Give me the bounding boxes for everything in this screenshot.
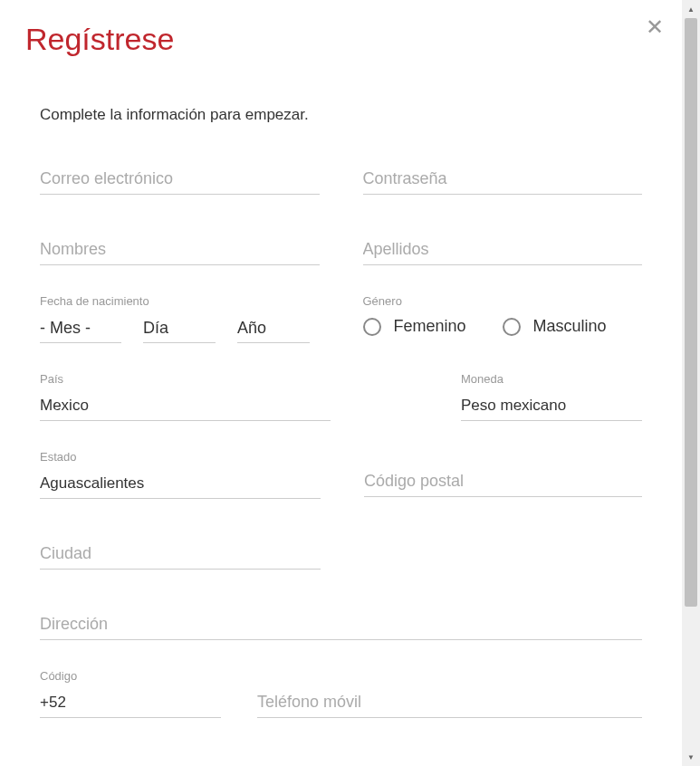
modal-subtitle: Complete la información para empezar. — [40, 106, 642, 124]
city-field[interactable] — [40, 539, 321, 570]
currency-label: Moneda — [461, 372, 642, 386]
close-icon: ✕ — [646, 16, 664, 38]
dob-day-select[interactable]: Día — [143, 313, 216, 343]
phone-field[interactable] — [257, 687, 642, 718]
currency-field[interactable] — [461, 391, 642, 421]
names-field[interactable] — [40, 235, 320, 265]
postal-field[interactable] — [364, 466, 642, 497]
state-label: Estado — [40, 450, 321, 464]
scrollbar[interactable]: ▲ ▼ — [682, 0, 700, 766]
code-field[interactable] — [40, 688, 221, 718]
gender-female-label: Femenino — [394, 317, 466, 336]
dob-year-select[interactable]: Año — [237, 313, 310, 343]
dob-label: Fecha de nacimiento — [40, 294, 320, 308]
email-field[interactable] — [40, 164, 320, 195]
state-field[interactable] — [40, 469, 321, 499]
country-label: País — [40, 372, 331, 386]
scroll-up-icon[interactable]: ▲ — [685, 2, 697, 16]
country-field[interactable] — [40, 391, 331, 421]
surnames-field[interactable] — [363, 235, 643, 265]
gender-label: Género — [363, 294, 643, 308]
modal-title: Regístrese — [25, 22, 642, 57]
dob-month-select[interactable]: - Mes - — [40, 313, 121, 343]
code-label: Código — [40, 669, 221, 683]
register-modal: ✕ Regístrese Complete la información par… — [0, 0, 682, 766]
address-field[interactable] — [40, 609, 642, 640]
gender-female-radio[interactable] — [363, 318, 381, 336]
password-field[interactable] — [363, 164, 643, 195]
scrollbar-thumb[interactable] — [685, 18, 697, 607]
gender-male-label: Masculino — [533, 317, 607, 336]
gender-male-radio[interactable] — [503, 318, 521, 336]
scroll-down-icon[interactable]: ▼ — [685, 750, 697, 764]
close-button[interactable]: ✕ — [644, 16, 666, 38]
register-form: Fecha de nacimiento - Mes - Día Año — [40, 164, 642, 718]
